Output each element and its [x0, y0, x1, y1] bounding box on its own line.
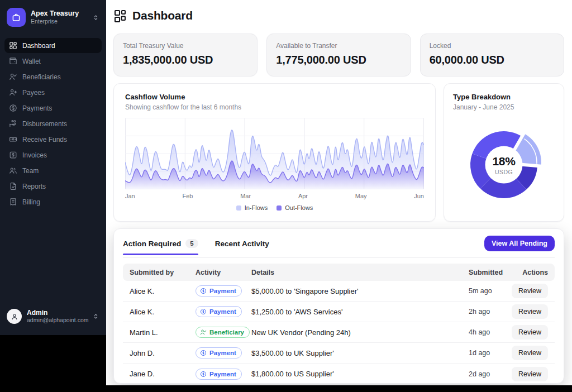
x-tick: Jan [125, 193, 135, 199]
sidebar-item-disbursements[interactable]: Disbursements [4, 116, 102, 131]
cashflow-title: Cashflow Volume [125, 93, 424, 101]
sidebar-item-label: Dashboard [22, 42, 55, 50]
file-chart-icon [9, 182, 17, 190]
x-axis-labels: Jan Feb Mar Apr May Jun [125, 193, 424, 199]
submitted-cell: 5m ago [469, 287, 513, 295]
hand-coins-icon [9, 119, 17, 128]
badge-label: Payment [209, 350, 236, 356]
details-cell: $5,000.00 to 'Singapore Supplier' [251, 287, 469, 295]
tab-label: Recent Activity [215, 240, 269, 248]
activity-badge: Payment [196, 285, 242, 297]
table-header: Submitted by Activity Details Submitted … [123, 264, 555, 281]
x-tick: Apr [298, 193, 308, 199]
badge-label: Beneficiary [209, 329, 244, 336]
sidebar-item-label: Payments [22, 104, 52, 112]
chevrons-up-down-icon [92, 313, 99, 320]
tab-action-required[interactable]: Action Required 5 [123, 239, 198, 248]
legend-item-outflows: Out-Flows [277, 204, 313, 211]
cashflow-chart-card: Cashflow Volume Showing cashflow for the… [113, 83, 436, 222]
workspace-plan: Enterprise [31, 18, 87, 25]
stat-label: Total Treasury Value [123, 42, 248, 50]
user-menu[interactable]: Admin admin@alphapoint.com [4, 307, 102, 326]
page-title: Dashboard [132, 9, 193, 22]
sidebar-item-payments[interactable]: Payments [4, 101, 102, 116]
activity-badge: Beneficiary [196, 327, 250, 338]
sidebar-item-payees[interactable]: Payees [4, 85, 102, 100]
action-required-table: Submitted by Activity Details Submitted … [123, 264, 555, 384]
workspace-name: Apex Treasury [31, 9, 87, 18]
activity-badge: Payment [196, 306, 242, 317]
briefcase-icon [11, 12, 21, 22]
stat-label: Available to Transfer [276, 42, 401, 50]
chevrons-up-down-icon [92, 14, 99, 21]
apex-treasury-logo [7, 8, 26, 27]
dollar-circle-icon [200, 350, 207, 356]
details-cell: $1,250.00 to 'AWS Services' [251, 308, 469, 316]
sidebar-item-label: Invoices [22, 151, 47, 159]
sidebar-item-billing[interactable]: Billing [4, 194, 102, 209]
details-cell: $1,800.00 to US Supplier' [251, 370, 469, 378]
sidebar-item-label: Billing [22, 198, 40, 206]
sidebar-item-label: Receive Funds [22, 136, 67, 144]
pending-count-badge: 5 [185, 239, 198, 248]
dashboard-grid-icon [9, 41, 17, 50]
type-breakdown-card: Type Breakdown January - June 2025 18% U… [444, 83, 564, 222]
submitted-by-cell: John D. [130, 349, 196, 357]
dashboard-grid-icon [113, 9, 127, 22]
page-header: Dashboard [113, 9, 564, 22]
tab-recent-activity[interactable]: Recent Activity [215, 240, 269, 248]
inflows-swatch [236, 205, 241, 211]
wallet-icon [9, 57, 17, 65]
users-icon [9, 166, 17, 175]
workspace-switcher[interactable]: Apex Treasury Enterprise [4, 4, 102, 30]
table-row: Jane D. Payment $1,800.00 to US Supplier… [123, 364, 555, 384]
col-activity: Activity [196, 269, 251, 276]
table-row: John D. Payment $3,500.00 to UK Supplier… [123, 343, 555, 364]
cashflow-subtitle: Showing cashflow for the last 6 months [125, 103, 424, 111]
legend-item-inflows: In-Flows [236, 204, 268, 211]
sidebar-item-label: Disbursements [22, 120, 67, 128]
cashflow-area-chart [125, 118, 424, 189]
breakdown-subtitle: January - June 2025 [453, 103, 555, 111]
chart-legend: In-Flows Out-Flows [125, 204, 424, 211]
submitted-cell: 2d ago [469, 370, 513, 378]
submitted-by-cell: Alice K. [130, 287, 196, 295]
sidebar-item-receive-funds[interactable]: Receive Funds [4, 132, 102, 147]
stat-value: 1,835,000.00 USD [123, 54, 248, 66]
x-tick: Mar [240, 193, 251, 199]
review-button[interactable]: Review [512, 304, 548, 319]
sidebar-item-reports[interactable]: Reports [4, 179, 102, 194]
activity-card: Action Required 5 Recent Activity View A… [113, 228, 564, 384]
activity-badge: Payment [196, 369, 242, 380]
badge-label: Payment [209, 308, 236, 315]
legend-label: Out-Flows [285, 204, 313, 211]
stat-card-total-treasury: Total Treasury Value 1,835,000.00 USD [113, 34, 258, 77]
review-button[interactable]: Review [512, 325, 548, 340]
sidebar-item-label: Reports [22, 183, 46, 190]
dollar-circle-icon [200, 308, 207, 315]
review-button[interactable]: Review [512, 367, 548, 381]
circle-dollar-icon [9, 104, 17, 112]
col-actions: Actions [513, 269, 548, 276]
badge-label: Payment [209, 288, 236, 294]
sidebar-item-invoices[interactable]: Invoices [4, 147, 102, 162]
stat-value: 1,775,000.00 USD [276, 54, 401, 66]
submitted-by-cell: Martin L. [130, 328, 196, 337]
sidebar-item-beneficiaries[interactable]: Beneficiaries [4, 69, 102, 84]
app-window: Apex Treasury Enterprise Dashboard Walle… [0, 0, 572, 392]
user-plus-icon [9, 88, 17, 97]
sidebar-item-team[interactable]: Team [4, 163, 102, 178]
review-button[interactable]: Review [512, 284, 548, 298]
user-name: Admin [27, 309, 87, 317]
x-tick: Feb [182, 193, 193, 199]
sidebar-item-label: Wallet [22, 58, 41, 65]
sidebar-item-wallet[interactable]: Wallet [4, 54, 102, 69]
sidebar-item-label: Beneficiaries [22, 73, 61, 81]
donut-chart-svg [458, 119, 550, 211]
breakdown-title: Type Breakdown [453, 93, 555, 101]
sidebar-item-dashboard[interactable]: Dashboard [4, 38, 102, 53]
x-tick: May [355, 193, 367, 199]
col-submitted-by: Submitted by [130, 269, 196, 276]
view-all-pending-button[interactable]: View All Pending [484, 236, 555, 251]
review-button[interactable]: Review [512, 346, 548, 360]
